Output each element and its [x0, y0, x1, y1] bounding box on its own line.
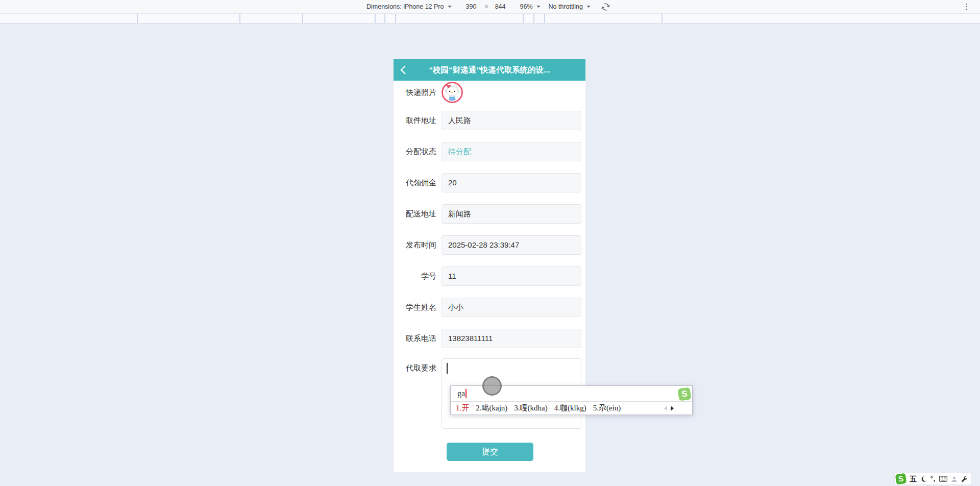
field-value: 人民路 [448, 116, 471, 125]
ime-candidate[interactable]: 4.咖(klkg) [554, 403, 586, 413]
empty-table-row [0, 14, 980, 23]
field-label: 联系电话 [394, 329, 436, 348]
table-cell [385, 14, 396, 23]
commission-input[interactable]: 20 [442, 173, 581, 192]
table-cell [545, 14, 663, 23]
ime-candidate[interactable]: 5.尕(eiu) [593, 403, 621, 413]
ime-composition-text: ga [457, 389, 465, 398]
sogou-logo-icon[interactable]: S [895, 473, 907, 485]
ime-candidate[interactable]: 3.嘎(kdha) [514, 403, 547, 413]
student-id-input[interactable]: 11 [442, 266, 581, 286]
account-person-icon[interactable] [951, 476, 958, 482]
field-label: 代领佣金 [394, 173, 436, 192]
rotate-viewport-button[interactable] [601, 2, 610, 12]
table-cell [376, 14, 385, 23]
field-label: 分配状态 [394, 142, 436, 161]
page-title: “校园“财递通”快递代取系统的设... [429, 65, 550, 76]
ime-next-page-icon[interactable] [671, 406, 674, 411]
zoom-value: 96% [520, 3, 533, 10]
delivery-address-input[interactable]: 新闻路 [442, 204, 581, 224]
device-name: iPhone 12 Pro [403, 3, 444, 10]
back-button[interactable] [400, 65, 407, 75]
field-label: 快递照片 [394, 83, 436, 102]
field-value: 13823811111 [448, 334, 493, 343]
pickup-address-input[interactable]: 人民路 [442, 111, 581, 130]
text-cursor [447, 363, 448, 374]
wubi-mode-indicator[interactable]: 五 [910, 473, 917, 485]
punctuation-mode-icon[interactable]: °, [930, 475, 936, 482]
status-badge: 待分配 [448, 147, 471, 156]
field-label: 学生姓名 [394, 298, 436, 317]
sogou-logo-icon: S [677, 387, 691, 401]
table-cell [524, 14, 534, 23]
table-cell [396, 14, 524, 23]
phone-input[interactable]: 13823811111 [442, 329, 581, 348]
field-value: 小小 [448, 303, 463, 311]
table-cell [534, 14, 545, 23]
table-cell [240, 14, 303, 23]
devtools-device-toolbar: Dimensions: iPhone 12 Pro 390 × 844 96% … [0, 0, 980, 14]
field-label: 发布时间 [394, 235, 436, 255]
field-value: 新闻路 [448, 209, 471, 218]
throttling-selector[interactable]: No throttling [549, 3, 591, 10]
field-label: 取件地址 [394, 111, 436, 130]
screen: Dimensions: iPhone 12 Pro 390 × 844 96% … [0, 0, 980, 486]
table-cell [663, 14, 980, 23]
dimensions-label: Dimensions: [366, 3, 402, 10]
field-value: 2025-02-28 23:39:47 [448, 240, 519, 249]
viewport-width-field[interactable]: 390 [466, 3, 477, 10]
touch-cursor-indicator [482, 376, 502, 396]
rotate-icon [600, 1, 611, 12]
fullwidth-moon-icon[interactable] [920, 476, 927, 482]
submit-button[interactable]: 提交 [447, 443, 533, 461]
table-cell [0, 14, 138, 23]
ime-candidate-row: 1.开 2.噶(kajn) 3.嘎(kdha) 4.咖(klkg) 5.尕(ei… [451, 402, 692, 415]
hello-kitty-avatar-image [442, 82, 463, 103]
sogou-ime-toolbar: S 五 °, [894, 473, 971, 485]
chevron-down-icon [448, 6, 452, 8]
field-value: 20 [448, 178, 457, 187]
back-chevron-icon [400, 65, 406, 75]
page-header: “校园“财递通”快递代取系统的设... [394, 59, 585, 81]
field-value: 11 [448, 272, 456, 280]
chevron-down-icon [536, 6, 541, 8]
soft-keyboard-icon[interactable] [939, 476, 947, 482]
field-label: 配送地址 [394, 204, 436, 224]
settings-wrench-icon[interactable] [961, 476, 968, 482]
zoom-selector[interactable]: 96% [520, 3, 541, 10]
device-selector[interactable]: Dimensions: iPhone 12 Pro [366, 3, 452, 10]
table-cell [303, 14, 376, 23]
ime-cursor [465, 389, 467, 398]
student-name-input[interactable]: 小小 [442, 298, 581, 317]
throttling-value: No throttling [549, 3, 583, 10]
assign-status-field[interactable]: 待分配 [442, 142, 581, 161]
field-label: 代取要求 [394, 358, 436, 378]
viewport-height-field[interactable]: 844 [495, 3, 506, 10]
chevron-down-icon [586, 6, 591, 8]
ime-candidate[interactable]: 1.开 [456, 403, 469, 413]
parcel-photo-avatar[interactable] [442, 82, 463, 103]
field-label: 学号 [394, 266, 436, 286]
ime-prev-page-icon[interactable] [664, 406, 667, 411]
publish-time-input[interactable]: 2025-02-28 23:39:47 [442, 235, 581, 255]
ime-candidate[interactable]: 2.噶(kajn) [476, 403, 507, 413]
devtools-menu-button[interactable]: ⋮ [963, 2, 970, 11]
multiply-sign: × [484, 3, 488, 10]
table-cell [138, 14, 240, 23]
